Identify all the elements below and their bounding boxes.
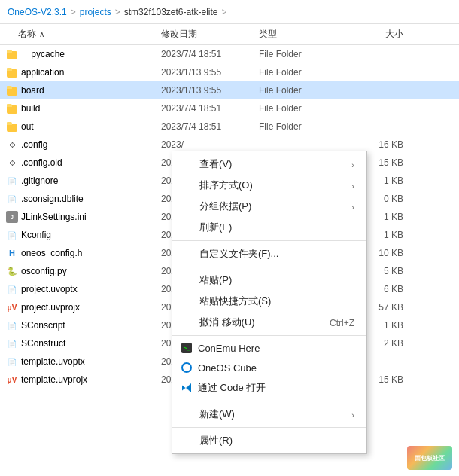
menu-item-left: 粘贴快捷方式(S) <box>181 294 271 308</box>
menu-item-vscode[interactable]: 通过 Code 打开 <box>172 377 366 398</box>
file-name-label: SConscript <box>21 320 65 331</box>
table-row[interactable]: build 2023/7/4 18:51 File Folder <box>0 99 459 117</box>
col-header-date[interactable]: 修改日期 <box>161 28 259 41</box>
breadcrumb-projects[interactable]: projects <box>80 7 111 17</box>
menu-separator <box>172 335 366 336</box>
menu-item-oneos[interactable]: OneOS Cube <box>172 358 366 377</box>
file-name-label: .config <box>21 139 47 150</box>
menu-label: 查看(V) <box>199 157 232 171</box>
table-row[interactable]: __pycache__ 2023/7/4 18:51 File Folder <box>0 45 459 63</box>
file-name-label: .gitignore <box>21 175 58 186</box>
table-row[interactable]: board 2023/1/13 9:55 File Folder <box>0 81 459 99</box>
file-name-cell: ⚙ .config <box>3 139 161 151</box>
menu-icon-empty <box>181 221 193 233</box>
file-date-cell: 2023/7/4 18:51 <box>161 49 259 60</box>
breadcrumb-board[interactable]: stm32f103zet6-atk-elite <box>124 7 218 17</box>
menu-item-view[interactable]: 查看(V) › <box>172 154 366 175</box>
menu-label: 通过 Code 打开 <box>198 381 266 395</box>
menu-item-new[interactable]: 新建(W) › <box>172 404 366 425</box>
file-name-cell: 📄 .gitignore <box>3 175 161 187</box>
breadcrumb-app[interactable]: OneOS-V2.3.1 <box>8 7 67 17</box>
file-name-cell: 📄 project.uvoptx <box>3 283 161 295</box>
file-name-cell: 📄 SConstruct <box>3 337 161 349</box>
file-date-cell: 2023/7/4 18:51 <box>161 103 259 114</box>
file-name-cell: __pycache__ <box>3 48 161 60</box>
submenu-arrow-icon: › <box>351 182 354 191</box>
table-row[interactable]: application 2023/1/13 9:55 File Folder <box>0 63 459 81</box>
menu-item-conemu[interactable]: >_ ConEmu Here <box>172 338 366 358</box>
file-date-cell: 2023/1/13 9:55 <box>161 67 259 78</box>
file-size-cell: 16 KB <box>349 139 409 150</box>
uvprojx-icon: μV <box>6 301 18 313</box>
menu-item-undo[interactable]: 撤消 移动(U) Ctrl+Z <box>172 312 366 333</box>
menu-item-refresh[interactable]: 刷新(E) <box>172 217 366 238</box>
file-name-label: board <box>21 85 44 96</box>
file-name-cell: 🐍 osconfig.py <box>3 265 161 277</box>
config-icon: ⚙ <box>6 139 18 151</box>
menu-icon-empty <box>181 200 193 212</box>
menu-label: 粘贴(P) <box>199 273 232 287</box>
menu-label: 刷新(E) <box>199 221 232 234</box>
file-name-cell: H oneos_config.h <box>3 247 161 259</box>
menu-label: OneOS Cube <box>198 362 257 374</box>
file-date-cell: 2023/7/4 18:51 <box>161 121 259 132</box>
menu-separator <box>172 267 366 267</box>
menu-item-left: OneOS Cube <box>181 362 257 374</box>
menu-separator <box>172 401 366 401</box>
sep1: > <box>71 7 76 17</box>
sep3: > <box>222 7 227 17</box>
sep2: > <box>115 7 120 17</box>
column-headers: 名称 ∧ 修改日期 类型 大小 <box>0 24 459 45</box>
sort-arrow-icon: ∧ <box>39 30 44 38</box>
file-name-cell: application <box>3 66 161 78</box>
menu-right: Ctrl+Z <box>330 317 354 328</box>
file-name-label: __pycache__ <box>21 49 74 60</box>
menu-shortcut: Ctrl+Z <box>330 318 354 328</box>
table-row[interactable]: out 2023/7/4 18:51 File Folder <box>0 117 459 136</box>
conemu-icon: >_ <box>181 343 192 353</box>
file-name-cell: J JLinkSettings.ini <box>3 211 161 223</box>
menu-label: 属性(R) <box>199 434 233 447</box>
col-header-name[interactable]: 名称 ∧ <box>3 28 161 41</box>
file-icon: 📄 <box>6 229 18 241</box>
menu-item-left: 排序方式(O) <box>181 178 253 192</box>
col-header-type[interactable]: 类型 <box>259 28 349 41</box>
menu-item-paste[interactable]: 粘贴(P) <box>172 270 366 291</box>
file-name-cell: 📄 template.uvoptx <box>3 355 161 368</box>
file-explorer: 名称 ∧ 修改日期 类型 大小 __pycache__ 2023/7/4 18:… <box>0 24 459 476</box>
file-name-cell: 📄 SConscript <box>3 319 161 331</box>
file-name-cell: 📄 .sconsign.dblite <box>3 193 161 205</box>
menu-icon-empty <box>181 316 193 328</box>
scons-icon: 📄 <box>6 337 18 349</box>
menu-right: › <box>351 409 354 420</box>
file-name-label: .sconsign.dblite <box>21 194 84 204</box>
menu-item-left: 分组依据(P) <box>181 200 251 213</box>
submenu-arrow-icon: › <box>351 203 354 212</box>
py-file-icon: 🐍 <box>6 265 18 277</box>
menu-icon-empty <box>181 158 193 170</box>
folder-icon <box>6 102 18 114</box>
submenu-arrow-icon: › <box>351 160 354 169</box>
menu-item-left: 撤消 移动(U) <box>181 316 255 329</box>
file-date-cell: 2023/1/13 9:55 <box>161 85 259 96</box>
menu-item-left: 属性(R) <box>181 434 233 447</box>
menu-label: 撤消 移动(U) <box>199 316 255 329</box>
menu-icon-empty <box>181 274 193 286</box>
scons-icon: 📄 <box>6 319 18 331</box>
uvprojx-icon: μV <box>6 374 18 386</box>
folder-icon <box>6 66 18 78</box>
file-name-label: JLinkSettings.ini <box>21 212 87 222</box>
col-header-size[interactable]: 大小 <box>349 28 409 41</box>
menu-item-group[interactable]: 分组依据(P) › <box>172 196 366 217</box>
menu-item-left: 自定义文件夹(F)... <box>181 247 278 261</box>
menu-label: ConEmu Here <box>198 343 260 354</box>
menu-item-sort[interactable]: 排序方式(O) › <box>172 175 366 196</box>
folder-icon <box>6 48 18 60</box>
file-icon: 📄 <box>6 355 18 368</box>
menu-icon-empty <box>181 295 193 307</box>
menu-right: › <box>351 201 354 212</box>
menu-item-paste_shortcut[interactable]: 粘贴快捷方式(S) <box>172 291 366 312</box>
file-name-label: oneos_config.h <box>21 248 82 258</box>
menu-item-properties[interactable]: 属性(R) <box>172 430 366 451</box>
menu-item-customize[interactable]: 自定义文件夹(F)... <box>172 243 366 264</box>
